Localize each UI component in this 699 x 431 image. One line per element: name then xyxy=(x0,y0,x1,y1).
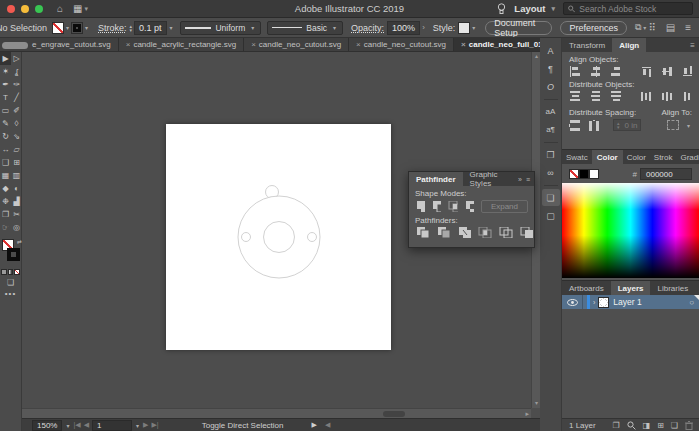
workspace-layout-button[interactable]: Layout ▾ xyxy=(514,3,555,14)
none-mode-icon[interactable] xyxy=(14,269,20,275)
pen-tool[interactable]: ✒ xyxy=(0,78,11,91)
trim-icon[interactable] xyxy=(437,227,451,238)
stroke-weight-stepper[interactable]: ▴▾ xyxy=(130,24,133,32)
tab-scroll-indicator[interactable] xyxy=(2,42,28,49)
intersect-icon[interactable] xyxy=(448,201,457,212)
tab-align[interactable]: Align xyxy=(612,38,646,52)
width-profile-dropdown[interactable]: Uniform ▾ xyxy=(180,21,261,35)
color-spectrum[interactable] xyxy=(562,183,699,278)
hand-tool[interactable]: ☞ xyxy=(0,221,11,234)
libraries-panel-icon[interactable]: ∞ xyxy=(542,164,560,181)
tab-layers[interactable]: Layers xyxy=(611,281,651,295)
candle-plate-artwork[interactable] xyxy=(166,124,391,350)
tab-libraries[interactable]: Libraries xyxy=(650,281,695,295)
opacity-label[interactable]: Opacity: xyxy=(351,23,384,33)
fill-swatch[interactable] xyxy=(52,22,64,34)
isolate-icon[interactable]: ⧉ xyxy=(635,22,641,33)
lightbulb-icon[interactable] xyxy=(497,3,506,15)
close-window-button[interactable] xyxy=(7,5,15,13)
lock-column[interactable] xyxy=(582,295,583,309)
home-icon[interactable]: ⌂ xyxy=(57,3,63,14)
tab-transform[interactable]: Transform xyxy=(562,38,612,52)
tab-pathfinder[interactable]: Pathfinder xyxy=(409,172,463,186)
opentype-panel-icon[interactable]: O xyxy=(542,78,560,95)
horizontal-distribute-space-icon[interactable] xyxy=(588,120,601,131)
new-layer-icon[interactable]: ❏ xyxy=(671,421,678,430)
pathfinder-menu-icon[interactable]: ≡ xyxy=(526,176,530,183)
next-artboard-icon[interactable]: ▶ xyxy=(143,421,148,429)
search-input[interactable] xyxy=(579,4,688,14)
horizontal-distribute-center-icon[interactable] xyxy=(661,91,672,102)
rectangle-tool[interactable]: ▭ xyxy=(0,104,11,117)
control-menu-icon[interactable]: ≡ xyxy=(685,22,691,33)
stroke-weight-chevron-icon[interactable]: ▾ xyxy=(169,24,172,31)
tab-neo-cutout-1[interactable]: × candle_neo_cutout.svg xyxy=(244,38,349,51)
spacing-value-field[interactable]: ▴▾ 0 in xyxy=(613,119,641,131)
stroke-label[interactable]: Stroke: xyxy=(98,23,127,33)
perspective-grid-tool[interactable]: ⊞ xyxy=(11,156,22,169)
exclude-icon[interactable] xyxy=(465,201,474,212)
drawing-modes-icon[interactable]: ❏ xyxy=(0,278,21,287)
minimize-window-button[interactable] xyxy=(21,5,29,13)
scroll-down-icon[interactable]: ▾ xyxy=(532,399,540,408)
horizontal-distribute-left-icon[interactable] xyxy=(641,91,652,102)
crop-icon[interactable] xyxy=(478,227,492,238)
workspace-switcher-icon[interactable]: ▦ xyxy=(73,3,82,14)
eyedropper-tool[interactable]: ◆ xyxy=(0,182,11,195)
prev-artboard-icon[interactable]: ◀ xyxy=(84,421,89,429)
merge-icon[interactable] xyxy=(458,227,472,238)
collapse-panel-icon[interactable]: » xyxy=(518,176,522,183)
black-color-swatch[interactable] xyxy=(579,169,589,179)
layers-menu-icon[interactable]: ≡ xyxy=(695,281,699,295)
mesh-tool[interactable]: ▦ xyxy=(0,169,11,182)
paragraph-styles-panel-icon[interactable]: a¶ xyxy=(542,121,560,138)
stroke-swatch[interactable] xyxy=(71,22,83,34)
horizontal-distribute-right-icon[interactable] xyxy=(682,91,693,102)
scroll-up-icon[interactable]: ▴ xyxy=(532,52,540,61)
close-tab-icon[interactable]: × xyxy=(461,40,466,49)
expand-button[interactable]: Expand xyxy=(481,200,528,213)
rotate-tool[interactable]: ↻ xyxy=(0,130,11,143)
first-artboard-icon[interactable]: |◀ xyxy=(73,421,80,429)
document-setup-button[interactable]: Document Setup xyxy=(485,21,552,35)
artboard[interactable] xyxy=(166,124,391,350)
style-swatch[interactable] xyxy=(458,22,470,34)
tab-neo-full-active[interactable]: × candle_neo_full_01.svg @ 150% (RGB/GPU… xyxy=(454,38,540,51)
close-tab-icon[interactable]: × xyxy=(356,40,361,49)
layer-thumbnail[interactable] xyxy=(598,297,609,308)
artboard-number-field[interactable]: 1 xyxy=(92,420,132,431)
paragraph-panel-icon[interactable]: ¶ xyxy=(542,60,560,77)
workspace-chevron-icon[interactable]: ▾ xyxy=(85,5,89,13)
vertical-distribute-bottom-icon[interactable] xyxy=(610,91,621,102)
glyphs-panel-icon[interactable]: aA xyxy=(542,103,560,120)
symbol-sprayer-tool[interactable]: ❉ xyxy=(0,195,11,208)
tab-swatches[interactable]: Swatc xyxy=(562,150,592,164)
divide-icon[interactable] xyxy=(416,227,430,238)
preferences-button[interactable]: Preferences xyxy=(560,21,627,35)
scroll-right-icon[interactable]: ▸ xyxy=(525,410,529,418)
vertical-align-center-icon[interactable] xyxy=(661,66,672,77)
opacity-more-arrow[interactable]: › xyxy=(422,23,425,32)
zoom-level-field[interactable]: 150% xyxy=(32,420,62,431)
layer-expand-icon[interactable]: › xyxy=(593,299,595,306)
minus-back-icon[interactable] xyxy=(520,227,534,238)
tab-color[interactable]: Color xyxy=(592,150,623,164)
layers-empty-area[interactable] xyxy=(562,309,699,418)
fill-chevron-icon[interactable]: ▾ xyxy=(66,24,69,31)
tab-stroke[interactable]: Strok xyxy=(650,150,677,164)
vertical-distribute-space-icon[interactable] xyxy=(569,120,582,131)
layer-row[interactable]: › Layer 1 ○ xyxy=(562,295,699,309)
tab-artboards[interactable]: Artboards xyxy=(562,281,611,295)
curvature-tool[interactable]: ✑ xyxy=(11,78,22,91)
unite-icon[interactable] xyxy=(416,201,425,212)
column-graph-tool[interactable]: ▟ xyxy=(11,195,22,208)
scale-tool[interactable]: ⇘ xyxy=(11,130,22,143)
minus-front-icon[interactable] xyxy=(432,201,441,212)
horizontal-align-right-icon[interactable] xyxy=(610,66,621,77)
arrange-documents-icon[interactable]: ▤ xyxy=(666,22,675,33)
adobe-stock-search[interactable] xyxy=(563,2,693,15)
stroke-chevron-icon[interactable]: ▾ xyxy=(85,24,88,31)
pathfinder-panel-icon[interactable]: ❏ xyxy=(542,189,560,206)
artboard-tool[interactable]: ❐ xyxy=(0,208,11,221)
tab-color-guide[interactable]: Color xyxy=(623,150,650,164)
